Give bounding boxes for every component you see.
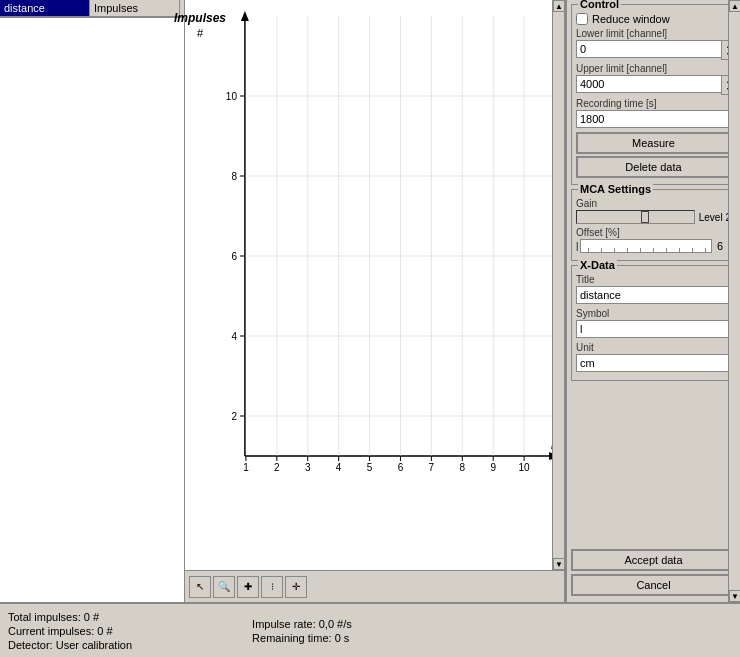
gain-slider-thumb[interactable] <box>641 211 649 223</box>
svg-text:5: 5 <box>367 462 373 473</box>
mca-group-label: MCA Settings <box>578 183 653 195</box>
recording-time-label: Recording time [s] <box>576 98 731 109</box>
chart-svg: 2 4 6 8 10 1 2 3 4 <box>215 6 564 496</box>
upper-limit-input[interactable] <box>576 75 721 93</box>
lower-limit-input-container: ▲ ▼ <box>576 40 731 60</box>
cursor-tool-button[interactable]: ↖ <box>189 576 211 598</box>
right-scrollbar[interactable]: ▲ ▼ <box>728 0 740 602</box>
offset-container: | 6 <box>576 239 731 253</box>
mca-settings-group: MCA Settings Gain Level 2 Offset [%] | <box>571 189 736 261</box>
x-data-group-label: X-Data <box>578 259 617 271</box>
svg-text:10: 10 <box>519 462 531 473</box>
x-unit-input[interactable] <box>576 354 731 372</box>
chart-toolbar: ↖ 🔍 ✚ ⁝ ✛ <box>185 570 564 602</box>
svg-text:9: 9 <box>490 462 496 473</box>
detector-text: Detector: User calibration <box>8 639 132 651</box>
svg-text:1: 1 <box>243 462 249 473</box>
gain-label: Gain <box>576 198 731 209</box>
scroll-down-btn[interactable]: ▼ <box>553 558 565 570</box>
lower-limit-label: Lower limit [channel] <box>576 28 731 39</box>
gain-level-label: Level 2 <box>699 212 731 223</box>
svg-text:2: 2 <box>231 411 237 422</box>
svg-text:4: 4 <box>336 462 342 473</box>
table-header: distance Impulses <box>0 0 184 18</box>
measure-button[interactable]: Measure <box>576 132 731 154</box>
svg-text:2: 2 <box>274 462 280 473</box>
data-table: distance Impulses <box>0 0 185 602</box>
x-title-input[interactable] <box>576 286 731 304</box>
move-tool-button[interactable]: ✛ <box>285 576 307 598</box>
delete-data-button[interactable]: Delete data <box>576 156 731 178</box>
status-right: Impulse rate: 0,0 #/s Remaining time: 0 … <box>252 618 352 644</box>
reduce-window-label: Reduce window <box>592 13 670 25</box>
control-group: Control Reduce window Lower limit [chann… <box>571 4 736 185</box>
y-axis-label: # <box>197 27 203 39</box>
svg-text:6: 6 <box>231 251 237 262</box>
svg-marker-2 <box>241 11 249 21</box>
upper-limit-input-container: ▲ ▼ <box>576 75 731 95</box>
right-scroll-down-btn[interactable]: ▼ <box>729 590 740 602</box>
right-panel: Control Reduce window Lower limit [chann… <box>565 0 740 602</box>
lower-limit-input[interactable] <box>576 40 721 58</box>
total-impulses-text: Total impulses: 0 # <box>8 611 132 623</box>
upper-limit-label: Upper limit [channel] <box>576 63 731 74</box>
svg-text:8: 8 <box>231 171 237 182</box>
accept-data-button[interactable]: Accept data <box>571 549 736 571</box>
reduce-window-checkbox[interactable] <box>576 13 588 25</box>
svg-text:10: 10 <box>226 91 238 102</box>
x-unit-label: Unit <box>576 342 731 353</box>
chart-area: Impulses # <box>185 0 565 602</box>
col-distance-header: distance <box>0 0 90 16</box>
svg-text:3: 3 <box>305 462 311 473</box>
right-scroll-up-btn[interactable]: ▲ <box>729 0 740 12</box>
x-symbol-label: Symbol <box>576 308 731 319</box>
fit-tool-button[interactable]: ⁝ <box>261 576 283 598</box>
status-bar: Total impulses: 0 # Current impulses: 0 … <box>0 602 740 657</box>
status-left: Total impulses: 0 # Current impulses: 0 … <box>8 611 132 651</box>
svg-text:7: 7 <box>429 462 435 473</box>
crosshair-tool-button[interactable]: ✚ <box>237 576 259 598</box>
gain-slider-container: Level 2 <box>576 210 731 224</box>
current-impulses-text: Current impulses: 0 # <box>8 625 132 637</box>
right-top: Control Reduce window Lower limit [chann… <box>567 0 740 545</box>
x-symbol-input[interactable] <box>576 320 731 338</box>
chart-scrollbar[interactable]: ▲ ▼ <box>552 0 564 570</box>
gain-slider-track[interactable] <box>576 210 695 224</box>
recording-time-input[interactable] <box>576 110 731 128</box>
impulse-rate-text: Impulse rate: 0,0 #/s <box>252 618 352 630</box>
col-impulses-header: Impulses <box>90 0 180 16</box>
svg-text:6: 6 <box>398 462 404 473</box>
x-data-group: X-Data Title Symbol Unit <box>571 265 736 381</box>
offset-track[interactable] <box>580 239 712 253</box>
table-body <box>0 18 184 602</box>
zoom-tool-button[interactable]: 🔍 <box>213 576 235 598</box>
reduce-window-row: Reduce window <box>576 13 731 25</box>
offset-marker: | <box>576 241 578 251</box>
cancel-button[interactable]: Cancel <box>571 574 736 596</box>
offset-label: Offset [%] <box>576 227 731 238</box>
svg-text:4: 4 <box>231 331 237 342</box>
scroll-up-btn[interactable]: ▲ <box>553 0 565 12</box>
x-title-label: Title <box>576 274 731 285</box>
control-group-label: Control <box>578 0 621 10</box>
remaining-time-text: Remaining time: 0 s <box>252 632 352 644</box>
svg-text:8: 8 <box>460 462 466 473</box>
accept-cancel-area: Accept data Cancel <box>567 545 740 602</box>
